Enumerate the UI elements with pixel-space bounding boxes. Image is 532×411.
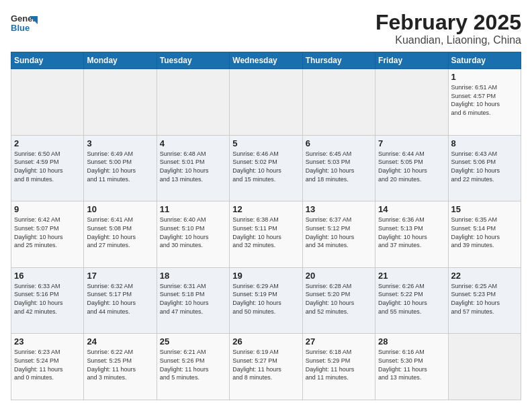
calendar-cell: 5Sunrise: 6:46 AM Sunset: 5:02 PM Daylig… [230,135,302,201]
col-monday: Monday [84,52,157,69]
calendar-cell: 25Sunrise: 6:21 AM Sunset: 5:26 PM Dayli… [157,334,229,400]
calendar-week-5: 23Sunrise: 6:23 AM Sunset: 5:24 PM Dayli… [11,334,521,400]
day-number: 23 [14,336,81,347]
calendar-cell: 13Sunrise: 6:37 AM Sunset: 5:12 PM Dayli… [302,201,375,268]
day-number: 13 [306,204,372,214]
title-section: February 2025 Kuandian, Liaoning, China [375,11,521,46]
logo-icon: General Blue [11,11,38,39]
day-info: Sunrise: 6:51 AM Sunset: 4:57 PM Dayligh… [451,83,518,117]
calendar-cell: 4Sunrise: 6:48 AM Sunset: 5:01 PM Daylig… [157,135,229,201]
calendar-body: 1Sunrise: 6:51 AM Sunset: 4:57 PM Daylig… [11,69,521,400]
day-number: 12 [232,204,299,214]
day-number: 20 [306,271,372,281]
calendar-cell: 8Sunrise: 6:43 AM Sunset: 5:06 PM Daylig… [448,135,521,201]
day-info: Sunrise: 6:29 AM Sunset: 5:19 PM Dayligh… [232,282,299,316]
day-number: 14 [378,204,445,214]
calendar-cell: 11Sunrise: 6:40 AM Sunset: 5:10 PM Dayli… [157,201,229,268]
calendar-week-2: 2Sunrise: 6:50 AM Sunset: 4:59 PM Daylig… [11,135,521,201]
day-number: 21 [378,271,445,281]
calendar-cell: 27Sunrise: 6:18 AM Sunset: 5:29 PM Dayli… [302,334,375,400]
col-friday: Friday [375,52,448,69]
calendar-subtitle: Kuandian, Liaoning, China [375,34,521,46]
day-info: Sunrise: 6:42 AM Sunset: 5:07 PM Dayligh… [14,216,81,249]
day-number: 10 [87,204,153,214]
day-info: Sunrise: 6:36 AM Sunset: 5:13 PM Dayligh… [378,216,445,249]
calendar-cell: 9Sunrise: 6:42 AM Sunset: 5:07 PM Daylig… [11,201,84,268]
calendar-cell: 26Sunrise: 6:19 AM Sunset: 5:27 PM Dayli… [230,334,302,400]
day-info: Sunrise: 6:50 AM Sunset: 4:59 PM Dayligh… [14,150,81,183]
day-number: 3 [87,138,153,148]
page: General Blue February 2025 Kuandian, Lia… [0,0,532,411]
day-info: Sunrise: 6:46 AM Sunset: 5:02 PM Dayligh… [232,150,299,183]
day-number: 26 [232,336,299,347]
calendar-cell: 21Sunrise: 6:26 AM Sunset: 5:22 PM Dayli… [375,267,448,334]
calendar-cell [230,69,302,136]
calendar-title: February 2025 [375,11,521,34]
day-info: Sunrise: 6:41 AM Sunset: 5:08 PM Dayligh… [87,216,153,249]
calendar-week-1: 1Sunrise: 6:51 AM Sunset: 4:57 PM Daylig… [11,69,521,136]
calendar-cell: 2Sunrise: 6:50 AM Sunset: 4:59 PM Daylig… [11,135,84,201]
day-number: 22 [451,271,518,281]
calendar-cell [375,69,448,136]
day-info: Sunrise: 6:31 AM Sunset: 5:18 PM Dayligh… [160,282,226,316]
calendar-cell [157,69,229,136]
day-info: Sunrise: 6:40 AM Sunset: 5:10 PM Dayligh… [160,216,226,249]
col-saturday: Saturday [448,52,521,69]
calendar-cell: 12Sunrise: 6:38 AM Sunset: 5:11 PM Dayli… [230,201,302,268]
day-info: Sunrise: 6:19 AM Sunset: 5:27 PM Dayligh… [232,348,299,381]
day-info: Sunrise: 6:32 AM Sunset: 5:17 PM Dayligh… [87,282,153,316]
day-info: Sunrise: 6:21 AM Sunset: 5:26 PM Dayligh… [160,348,226,381]
day-number: 17 [87,271,153,281]
day-info: Sunrise: 6:18 AM Sunset: 5:29 PM Dayligh… [306,348,372,381]
calendar-cell: 20Sunrise: 6:28 AM Sunset: 5:20 PM Dayli… [302,267,375,334]
day-info: Sunrise: 6:23 AM Sunset: 5:24 PM Dayligh… [14,348,81,381]
day-number: 5 [232,138,299,148]
logo: General Blue [11,11,40,39]
col-tuesday: Tuesday [157,52,229,69]
day-info: Sunrise: 6:26 AM Sunset: 5:22 PM Dayligh… [378,282,445,316]
calendar-cell: 6Sunrise: 6:45 AM Sunset: 5:03 PM Daylig… [302,135,375,201]
col-thursday: Thursday [302,52,375,69]
day-info: Sunrise: 6:35 AM Sunset: 5:14 PM Dayligh… [451,216,518,249]
day-info: Sunrise: 6:28 AM Sunset: 5:20 PM Dayligh… [306,282,372,316]
calendar-week-3: 9Sunrise: 6:42 AM Sunset: 5:07 PM Daylig… [11,201,521,268]
calendar-cell: 1Sunrise: 6:51 AM Sunset: 4:57 PM Daylig… [448,69,521,136]
calendar-cell: 24Sunrise: 6:22 AM Sunset: 5:25 PM Dayli… [84,334,157,400]
header-row: Sunday Monday Tuesday Wednesday Thursday… [11,52,521,69]
calendar-cell: 15Sunrise: 6:35 AM Sunset: 5:14 PM Dayli… [448,201,521,268]
calendar-cell: 17Sunrise: 6:32 AM Sunset: 5:17 PM Dayli… [84,267,157,334]
calendar-table: Sunday Monday Tuesday Wednesday Thursday… [11,52,521,400]
header: General Blue February 2025 Kuandian, Lia… [11,11,521,46]
calendar-cell [11,69,84,136]
calendar-cell: 10Sunrise: 6:41 AM Sunset: 5:08 PM Dayli… [84,201,157,268]
day-info: Sunrise: 6:16 AM Sunset: 5:30 PM Dayligh… [378,348,445,381]
day-number: 9 [14,204,81,214]
day-number: 11 [160,204,226,214]
calendar-cell: 22Sunrise: 6:25 AM Sunset: 5:23 PM Dayli… [448,267,521,334]
calendar-header: Sunday Monday Tuesday Wednesday Thursday… [11,52,521,69]
day-number: 7 [378,138,445,148]
calendar-cell: 18Sunrise: 6:31 AM Sunset: 5:18 PM Dayli… [157,267,229,334]
calendar-cell [84,69,157,136]
day-number: 8 [451,138,518,148]
calendar-cell: 23Sunrise: 6:23 AM Sunset: 5:24 PM Dayli… [11,334,84,400]
calendar-cell [302,69,375,136]
col-wednesday: Wednesday [230,52,302,69]
svg-text:Blue: Blue [11,23,30,33]
day-number: 16 [14,271,81,281]
day-number: 15 [451,204,518,214]
calendar-cell: 3Sunrise: 6:49 AM Sunset: 5:00 PM Daylig… [84,135,157,201]
calendar-cell: 28Sunrise: 6:16 AM Sunset: 5:30 PM Dayli… [375,334,448,400]
day-number: 2 [14,138,81,148]
day-info: Sunrise: 6:43 AM Sunset: 5:06 PM Dayligh… [451,150,518,183]
day-info: Sunrise: 6:33 AM Sunset: 5:16 PM Dayligh… [14,282,81,316]
calendar-week-4: 16Sunrise: 6:33 AM Sunset: 5:16 PM Dayli… [11,267,521,334]
calendar-cell: 7Sunrise: 6:44 AM Sunset: 5:05 PM Daylig… [375,135,448,201]
day-info: Sunrise: 6:49 AM Sunset: 5:00 PM Dayligh… [87,150,153,183]
day-info: Sunrise: 6:38 AM Sunset: 5:11 PM Dayligh… [232,216,299,249]
day-number: 19 [232,271,299,281]
day-number: 18 [160,271,226,281]
day-number: 4 [160,138,226,148]
calendar-cell [448,334,521,400]
day-info: Sunrise: 6:25 AM Sunset: 5:23 PM Dayligh… [451,282,518,316]
